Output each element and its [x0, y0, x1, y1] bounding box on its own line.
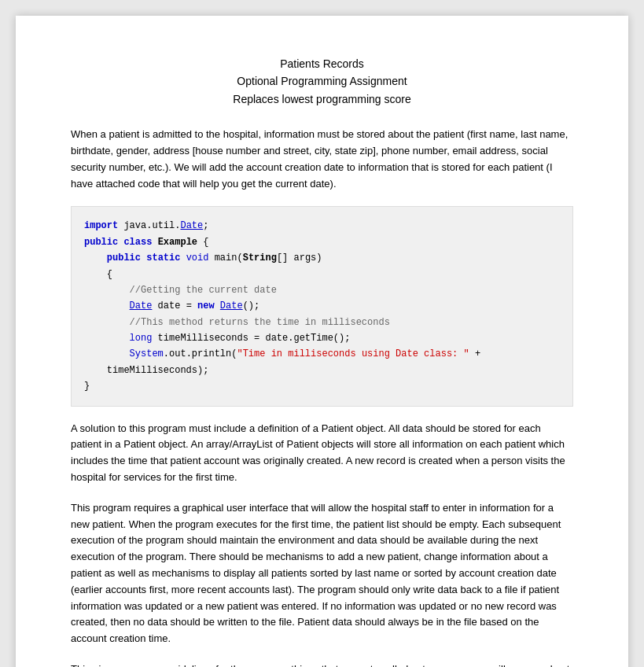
- title-section: Patients Records Optional Programming As…: [71, 55, 573, 108]
- code-void-type: void: [186, 252, 209, 263]
- code-date-import: Date: [180, 220, 203, 231]
- page-title: Patients Records Optional Programming As…: [71, 55, 573, 108]
- paragraph-1: When a patient is admitted to the hospit…: [71, 127, 573, 192]
- code-import-keyword: import: [84, 220, 118, 231]
- code-date-constructor: Date: [220, 300, 243, 311]
- code-new-keyword: new: [197, 300, 215, 311]
- paragraph-4: This gives you some guidelines for the p…: [71, 661, 573, 667]
- paragraph-2: A solution to this program must include …: [71, 421, 573, 486]
- code-classname: Example: [158, 237, 197, 248]
- code-string-class: String: [243, 252, 277, 263]
- code-date-type: Date: [130, 300, 153, 311]
- code-long-type: long: [130, 333, 153, 344]
- code-public-keyword: public: [84, 237, 118, 248]
- code-class-keyword: class: [123, 237, 152, 248]
- code-comment1: //Getting the current date: [130, 285, 277, 296]
- code-static-keyword: static: [146, 252, 180, 263]
- title-line2: Optional Programming Assignment: [237, 75, 407, 87]
- code-public2-keyword: public: [107, 252, 141, 263]
- title-line3: Replaces lowest programming score: [233, 93, 410, 105]
- code-system: System: [130, 348, 164, 359]
- code-comment2: //This method returns the time in millis…: [130, 317, 390, 328]
- page-container: Patients Records Optional Programming As…: [16, 16, 628, 667]
- code-block: import java.util.Date; public class Exam…: [71, 206, 573, 406]
- paragraph-3: This program requires a graphical user i…: [71, 500, 573, 647]
- code-string-literal: "Time in milliseconds using Date class: …: [237, 348, 469, 359]
- title-line1: Patients Records: [280, 57, 364, 70]
